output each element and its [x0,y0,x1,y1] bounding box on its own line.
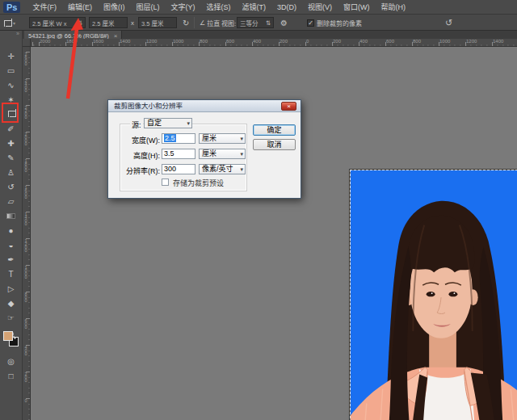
menu-items: 文件(F)编辑(E)图像(I)图层(L)文字(Y)选择(S)滤镜(T)3D(D)… [27,0,411,15]
menu-item-select[interactable]: 选择(S) [200,0,236,15]
crop-width-value: 2.5 厘米 [92,19,115,27]
menu-bar: Ps 文件(F)编辑(E)图像(I)图层(L)文字(Y)选择(S)滤镜(T)3D… [0,0,517,15]
ruler-label: 1600 [93,39,103,44]
pen-tool[interactable]: ✒ [0,254,22,267]
menu-item-window[interactable]: 窗口(W) [338,0,376,15]
panel-collapse-icon[interactable]: » [0,31,22,39]
width-unit-dropdown[interactable]: 厘米 [199,133,246,144]
horizontal-ruler: 2000180016001400120010008006004002000200… [31,39,517,47]
clone-stamp-tool[interactable]: ♙ [0,166,22,179]
move-tool[interactable]: ✛ [0,50,22,63]
ruler-label: 1400 [120,39,130,44]
ruler-label: 200 [280,39,288,44]
menu-item-type[interactable]: 文字(Y) [165,0,200,15]
save-preset-checkbox[interactable] [162,178,169,186]
crop-width-input[interactable]: 2.5 厘米 [89,17,128,28]
blur-tool[interactable]: ● [0,225,22,237]
ruler-label: 600 [226,39,234,44]
view-overlay-value: 三等分 [240,19,258,27]
menu-item-layer[interactable]: 图层(L) [130,0,165,15]
photo-crop-region[interactable] [350,170,517,420]
menu-item-view[interactable]: 视图(V) [302,0,338,15]
ruler-label: 2200 [23,105,28,118]
rect-marquee-tool[interactable]: ▭ [0,65,22,78]
menu-item-edit[interactable]: 编辑(E) [62,0,98,15]
menu-item-filter[interactable]: 滤镜(T) [236,0,271,15]
brush-tool[interactable]: ✎ [0,152,22,165]
ruler-label: 400 [253,39,261,44]
path-select-tool[interactable]: ▷ [0,283,22,296]
crop-tool-button[interactable]: ▾ [3,15,15,31]
ruler-label: 2400 [23,78,28,91]
ruler-label: 0 [23,398,28,401]
crop-tool-highlight-box [2,103,19,123]
ruler-label: 1000 [439,39,450,44]
tools-panel: » ✛▭∿✶✐✚✎♙↺▱●◒✒T▷◆☞◎□ [0,31,23,420]
dodge-tool[interactable]: ◒ [0,239,22,252]
width-unit: 厘米 [202,134,216,142]
menu-item-3d[interactable]: 3D(D) [271,0,302,15]
dialog-title[interactable]: 裁剪图像大小和分辨率 [108,100,301,112]
view-label: 视图: [221,15,236,31]
crop-height-input[interactable]: 3.5 厘米 [138,17,177,28]
lasso-tool[interactable]: ∿ [0,79,22,92]
ruler-label: 400 [23,345,28,355]
history-brush-tool[interactable]: ↺ [0,181,22,194]
ruler-label: 2000 [23,132,28,145]
delete-cropped-pixels-checkbox[interactable]: ✓ 删除裁剪的像素 [307,15,362,31]
dialog-close-button[interactable]: × [281,102,296,111]
gradient-tool[interactable] [0,210,22,223]
ruler-label: 1400 [23,212,28,225]
straighten-icon: ∠ [200,19,205,27]
cancel-button[interactable]: 取消 [253,139,296,150]
custom-shape-tool[interactable]: ◆ [0,297,22,310]
delete-cropped-pixels-label: 删除裁剪的像素 [317,19,362,27]
ruler-label: 600 [23,318,28,328]
ruler-corner [23,39,31,47]
height-input[interactable]: 3.5 [162,149,195,159]
width-input[interactable]: 2.5 [162,133,195,144]
photoshop-logo: Ps [3,2,20,13]
ruler-label: 800 [200,39,208,44]
ruler-label: 1200 [23,238,28,251]
ruler-label: 400 [359,39,368,44]
ruler-label: 200 [333,39,341,44]
hand-tool[interactable]: ☞ [0,312,22,325]
quick-mask-button[interactable]: ◎ [0,355,22,368]
height-value: 3.5 [164,149,174,158]
crop-settings-button[interactable]: ⚙ [280,15,288,31]
gradient-icon [6,213,15,219]
ruler-label: 200 [23,372,28,381]
menu-item-help[interactable]: 帮助(H) [375,0,411,15]
chevron-down-icon: ▾ [13,20,15,26]
divider [194,17,195,28]
reset-tool-button[interactable]: ↺ [445,15,452,31]
rotate-icon: ↻ [183,19,189,27]
rotate-crop-button[interactable]: ↻ [183,15,189,31]
foreground-color-swatch[interactable] [3,331,13,341]
eyedropper-tool[interactable]: ✐ [0,123,22,136]
resolution-input[interactable]: 300 [162,164,195,174]
straighten-button[interactable]: ∠ 拉直 [200,15,220,31]
type-tool[interactable]: T [0,268,22,281]
ok-button[interactable]: 确定 [253,124,296,136]
view-overlay-dropdown[interactable]: 三等分 ⇅ [237,17,274,28]
height-unit-dropdown[interactable]: 厘米 [199,149,246,159]
menu-item-image[interactable]: 图像(I) [98,0,131,15]
source-dropdown[interactable]: 自定 [144,118,192,128]
resolution-value: 300 [164,165,176,173]
save-preset-label: 存储为裁剪预设 [173,178,224,188]
crop-icon [3,19,11,27]
source-label: 源: [130,120,143,130]
checkbox-checked-icon: ✓ [307,19,314,27]
resolution-unit-dropdown[interactable]: 像素/英寸 [199,164,246,174]
healing-brush-tool[interactable]: ✚ [0,137,22,150]
width-value: 2.5 [164,134,176,142]
updown-arrows-icon: ⇅ [266,19,271,27]
reset-icon: ↺ [445,18,452,28]
ruler-label: 1000 [23,265,28,278]
ruler-label: 800 [23,292,28,301]
eraser-tool[interactable]: ▱ [0,195,22,208]
screen-mode-button[interactable]: □ [0,370,22,383]
menu-item-file[interactable]: 文件(F) [27,0,62,15]
